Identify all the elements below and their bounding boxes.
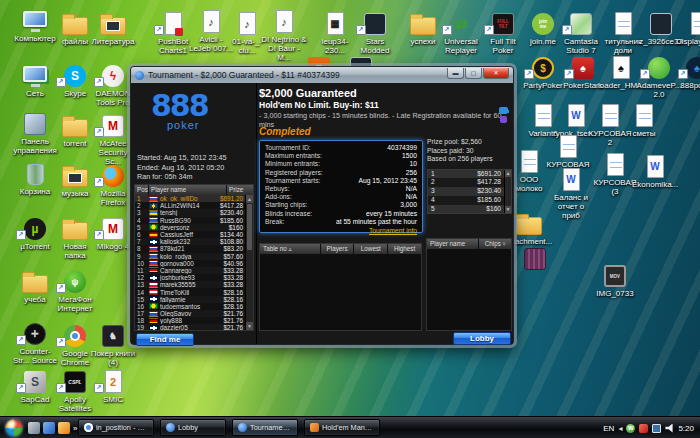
tables-header-players[interactable]: Players (321, 244, 354, 254)
standings-row-17[interactable]: 17OlegSavov$21.76 (135, 310, 245, 317)
window-titlebar[interactable]: Tournament - $2,000 Guaranteed - $11 #40… (131, 67, 513, 83)
country-flag-icon (149, 325, 158, 330)
replay-icon[interactable] (500, 116, 507, 123)
position: 17 (135, 310, 148, 317)
player-name: RussBG90 (160, 217, 211, 224)
position: 13 (135, 281, 148, 288)
rar-icon (512, 243, 558, 270)
standings-header-prize[interactable]: Prize (227, 185, 253, 195)
scrollbar-thumb[interactable] (247, 204, 252, 250)
standings-row-14[interactable]: 14TimeToKill$28.16 (135, 288, 245, 295)
standings-row-15[interactable]: 15fallyarnie$28.16 (135, 296, 245, 303)
taskbar-clock[interactable]: 5:20 (678, 424, 697, 433)
country-flag-icon (149, 224, 158, 230)
taskbar-button-in-position-googl[interactable]: in_position - Googl... (78, 419, 154, 436)
close-button[interactable]: ✕ (483, 68, 509, 79)
desktop-icon-camtasia-studio-7[interactable]: Camtasia Studio 7 (558, 8, 604, 55)
minimize-button[interactable]: ▬ (447, 68, 464, 79)
doc-icon (676, 8, 700, 35)
standings-row-5[interactable]: 5deversonz$160 (135, 224, 245, 231)
tables-header-lowest[interactable]: Lowest (354, 244, 387, 254)
scroll-down-icon[interactable]: ▼ (246, 322, 253, 330)
standings-row-16[interactable]: 16tudoemsantos$28.16 (135, 303, 245, 310)
standings-header-player-name[interactable]: Player name (149, 185, 226, 195)
tables-header-highest[interactable]: Highest (388, 244, 421, 254)
desktop-icon-item-49[interactable]: ψМегаФон Интернет (52, 266, 98, 313)
antivirus-tray-icon[interactable] (639, 424, 648, 433)
detail-row-break: Break:at 55 minutes past the hour (265, 218, 417, 226)
desktop-icon-universal-replayer[interactable]: ⇄Universal Replayer (438, 8, 484, 55)
standings-row-10[interactable]: 10gornova000$40.96 (135, 260, 245, 267)
desktop-icon-item-33[interactable]: сметы (621, 100, 667, 138)
find-me-button[interactable]: Find me (136, 333, 194, 346)
standings-row-13[interactable]: 13marek35555$33.28 (135, 281, 245, 288)
standings-row-3[interactable]: 3tenshj$230.40 (135, 209, 245, 216)
prize-amount: $21.76 (211, 310, 245, 317)
prize-position: 4 (431, 196, 435, 205)
taskbar-button-lobby[interactable]: Lobby (160, 419, 226, 436)
standings-row-11[interactable]: 11Cannarego$33.28 (135, 267, 245, 274)
network-tray-icon[interactable] (652, 424, 661, 433)
volume-tray-icon[interactable] (665, 424, 674, 433)
window-switcher-icon[interactable] (43, 422, 55, 434)
webmoney-tray-icon[interactable]: W (626, 424, 635, 433)
prize-scroll-up-icon[interactable]: ▲ (505, 170, 511, 177)
prize-amount: $134.40 (211, 231, 245, 238)
player-name: ok_ok_willDo (160, 195, 211, 202)
tables-header-table-no[interactable]: Table no ▵ (260, 244, 320, 254)
taskbar-button-tournament-2-00[interactable]: Tournament - $2,00... (232, 419, 298, 436)
standings-row-12[interactable]: 12joshburke93$33.28 (135, 274, 245, 281)
tournament-title: $2,000 Guaranteed (259, 87, 357, 99)
quick-launch-overflow-icon[interactable]: » (73, 424, 77, 433)
standings-row-18[interactable]: 18yoly888$21.76 (135, 317, 245, 324)
position: 2 (135, 202, 148, 209)
maximize-button[interactable]: ▢ (465, 68, 482, 79)
scroll-up-icon[interactable]: ▲ (246, 195, 253, 203)
country-flag-icon (149, 203, 158, 209)
img-dark-icon (352, 8, 398, 35)
detail-value: at 55 minutes past the hour (336, 218, 417, 226)
prize-scrollbar[interactable]: ▲ ▼ (504, 170, 511, 214)
desktop-icon-ekonomika[interactable]: WEkonomika... (632, 151, 678, 189)
show-desktop-icon[interactable] (28, 422, 40, 434)
media-player-icon[interactable] (58, 422, 70, 434)
taskbar-button-hold-em-manager-t[interactable]: Hold'em Manager T... (304, 419, 380, 436)
lobby-button[interactable]: Lobby (453, 332, 511, 345)
desktop-icon-item-46[interactable] (512, 243, 558, 272)
detail-row-registered-players: Registered players:256 (265, 169, 417, 177)
prize-amount: $230.40 (211, 209, 245, 216)
taskbar-button-label: Lobby (178, 423, 198, 432)
standings-row-4[interactable]: 4RussBG90$185.60 (135, 217, 245, 224)
standings-row-2[interactable]: 2ALLin2WIN14$417.28 (135, 202, 245, 209)
standings-row-8[interactable]: 8878kd21$83.20 (135, 245, 245, 252)
standings-row-6[interactable]: 6CassiusJeff$134.40 (135, 231, 245, 238)
folder-img-icon (90, 8, 136, 35)
desktop-icon-img-0733[interactable]: MOVIMG_0733 (592, 260, 638, 298)
standings-row-19[interactable]: 19dazzler05$21.76 (135, 324, 245, 330)
standings-scrollbar[interactable]: ▲ ▼ (245, 195, 253, 330)
prize-scroll-down-icon[interactable]: ▼ (505, 206, 511, 213)
desktop-icon-888poker[interactable]: ♠888poker (674, 52, 700, 90)
desktop-icon-item-2[interactable]: Литература (90, 8, 136, 46)
standings-row-1[interactable]: 1ok_ok_willDo$691.20 (135, 195, 245, 202)
webcam-icon[interactable] (499, 107, 508, 114)
language-indicator[interactable]: EN (603, 424, 614, 433)
desktop-icon-smic[interactable]: 2SMIC (90, 366, 136, 404)
desktop-icon-stars-modded[interactable]: Stars Modded (352, 8, 398, 55)
start-button[interactable] (5, 419, 23, 437)
standings-row-7[interactable]: 7kaliosk232$108.80 (135, 238, 245, 245)
position: 3 (135, 209, 148, 216)
tournament-info-link[interactable]: Tournament info (265, 227, 417, 234)
players-header-player-name[interactable]: Player name (427, 239, 478, 249)
standings-header-pos[interactable]: Pos. ▵ (135, 185, 148, 195)
desktop-icon-displaygraph[interactable]: DisplayGraph (676, 8, 700, 46)
detail-value: 1500 (402, 152, 417, 160)
player-name: Cannarego (160, 267, 211, 274)
country-flag-icon (149, 296, 158, 302)
detail-label: Tournament starts: (265, 177, 320, 185)
standings-row-9[interactable]: 9kolo_rodya$57.60 (135, 253, 245, 260)
desktop-icon-item-41[interactable]: WБаланс и отчет о приб (548, 164, 594, 220)
detail-label: Rebuys: (265, 185, 290, 193)
tray-expand-icon[interactable]: ◂ (618, 424, 622, 433)
players-header-chips[interactable]: Chips ▿ (479, 239, 511, 249)
